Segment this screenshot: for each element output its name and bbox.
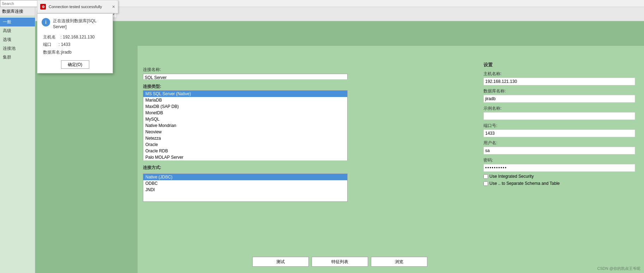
settings-panel: 设置 主机名称: 数据库名称: 示例名称: 端口号: 用户名: 密码: Use … [483, 62, 639, 255]
info-dialog-ok-area: 确定(O) [42, 60, 108, 69]
separate-schema-label: Use .. to Separate Schema and Table [489, 181, 560, 186]
conn-type-item[interactable]: MonetDB [143, 110, 347, 116]
toast-close-button[interactable]: × [112, 4, 115, 10]
search-input[interactable] [0, 0, 39, 7]
instance-input[interactable] [483, 112, 635, 120]
conn-type-item[interactable]: Neoview [143, 129, 347, 135]
sidebar-db-label: 数据库连接 [0, 7, 35, 16]
conn-type-item[interactable]: Oracle [143, 141, 347, 148]
sidebar-item-cluster[interactable]: 集群 [0, 53, 35, 62]
conn-type-item[interactable]: MS SQL Server (Native) [143, 91, 347, 97]
sidebar-nav: 一般 高级 选项 连接池 集群 [0, 18, 35, 62]
sidebar-item-advanced[interactable]: 高级 [0, 26, 35, 35]
watermark: CSDN @你的凯叔王爷呢 [597, 266, 640, 271]
sidebar: 数据库连接 一般 高级 选项 连接池 集群 [0, 7, 35, 273]
password-label: 密码: [483, 157, 639, 163]
conn-type-item[interactable]: Oracle RDB [143, 148, 347, 154]
info-host-value: 192.168.121.130 [63, 35, 95, 40]
host-input[interactable] [483, 78, 635, 85]
conn-type-item[interactable]: MaxDB (SAP DB) [143, 103, 347, 110]
integrated-security-label: Use Integrated Security [489, 174, 534, 179]
conn-type-item[interactable]: MariaDB [143, 97, 347, 103]
conn-method-item[interactable]: Native (JDBC) [143, 174, 347, 180]
info-port-line: 端口 : 1433 [43, 41, 108, 49]
info-host-line: 主机名 : 192.168.121.130 [43, 34, 108, 41]
info-dialog: i 正在连接到数据库[SQL Server] 主机名 : 192.168.121… [37, 13, 113, 73]
info-icon: i [42, 18, 50, 26]
conn-type-item[interactable]: Native Mondrian [143, 122, 347, 129]
port-input[interactable] [483, 129, 635, 137]
toast-text: Connection tested successfully [49, 5, 109, 9]
conn-method-list[interactable]: Native (JDBC)ODBCJNDI [143, 174, 348, 202]
info-dialog-content: 主机名 : 192.168.121.130 端口 : 1433 数据库名:jir… [42, 34, 108, 56]
conn-method-item[interactable]: ODBC [143, 180, 347, 187]
toast-icon: ⚙ [40, 4, 46, 10]
conn-type-area: 连接类型: MS SQL Server (Native)MariaDBMaxDB… [139, 79, 351, 166]
host-label: 主机名称: [483, 71, 639, 77]
conn-name-label: 连接名称: [143, 67, 471, 73]
password-input[interactable] [483, 164, 635, 172]
test-button[interactable]: 测试 [252, 257, 309, 267]
conn-type-item[interactable]: MySQL [143, 116, 347, 122]
conn-method-area: 连接方式: Native (JDBC)ODBCJNDI [139, 160, 351, 204]
user-label: 用户名: [483, 140, 639, 146]
sidebar-item-options[interactable]: 选项 [0, 35, 35, 44]
conn-type-label: 连接类型: [143, 84, 348, 90]
browse-button[interactable]: 浏览 [371, 257, 427, 267]
port-label: 端口号: [483, 123, 639, 129]
info-dialog-header: i 正在连接到数据库[SQL Server] [42, 18, 108, 30]
features-button[interactable]: 特征列表 [312, 257, 368, 267]
info-db-value: 数据库名:jiradb [43, 50, 72, 55]
conn-method-label: 连接方式: [143, 165, 348, 171]
separate-schema-checkbox[interactable] [483, 181, 488, 186]
info-port-value: 1433 [61, 42, 71, 47]
info-port-label: 端口 : [43, 42, 61, 47]
bottom-buttons: 测试 特征列表 浏览 [176, 257, 503, 267]
integrated-security-row: Use Integrated Security [483, 174, 639, 179]
conn-type-list[interactable]: MS SQL Server (Native)MariaDBMaxDB (SAP … [143, 90, 348, 164]
separate-schema-row: Use .. to Separate Schema and Table [483, 181, 639, 186]
sidebar-item-connection-pool[interactable]: 连接池 [0, 44, 35, 53]
user-input[interactable] [483, 147, 635, 154]
sidebar-item-general[interactable]: 一般 [0, 18, 35, 26]
ok-button[interactable]: 确定(O) [61, 60, 89, 69]
settings-title: 设置 [483, 62, 639, 68]
conn-method-item[interactable]: JNDI [143, 187, 347, 193]
integrated-security-checkbox[interactable] [483, 174, 488, 179]
info-db-line: 数据库名:jiradb [43, 49, 108, 56]
notification-toast: ⚙ Connection tested successfully × [37, 0, 118, 13]
toolbar-row: ◀ ▶ + − ▲ ▼ | ▶ ■ ↻ [35, 7, 644, 21]
conn-type-item[interactable]: Palo MOLAP Server [143, 154, 347, 160]
db-name-label: 数据库名称: [483, 88, 639, 94]
info-dialog-title: 正在连接到数据库[SQL Server] [53, 18, 108, 30]
instance-label: 示例名称: [483, 105, 639, 111]
db-name-input[interactable] [483, 95, 635, 103]
info-host-label: 主机名 : [43, 35, 63, 40]
conn-type-item[interactable]: Netezza [143, 135, 347, 141]
